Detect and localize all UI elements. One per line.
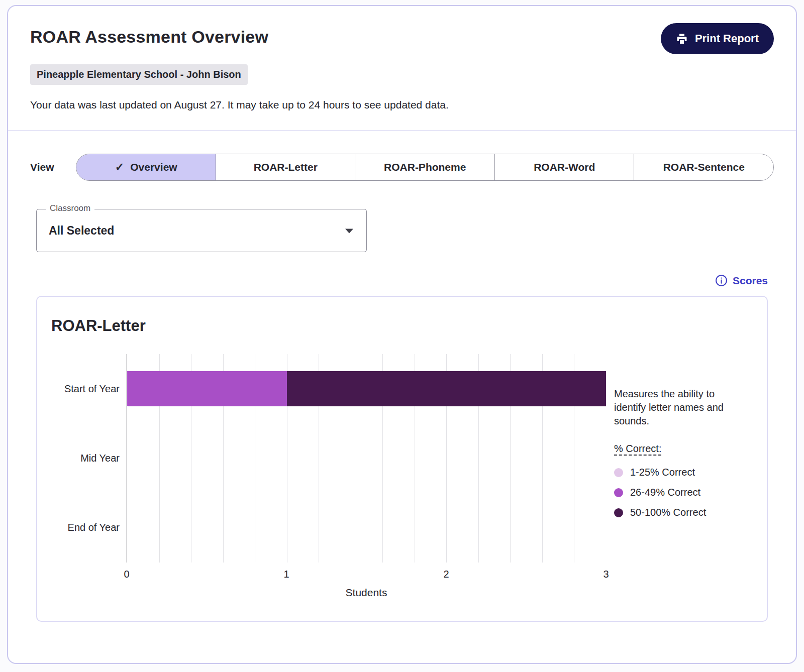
x-tick-label: 2 (443, 569, 449, 580)
chart-card: ROAR-Letter Start of YearMid YearEnd of … (36, 296, 768, 622)
chart-main: Start of YearMid YearEnd of Year 0123 St… (51, 354, 606, 599)
legend-label: 50-100% Correct (630, 507, 706, 518)
chart-description: Measures the ability to identify letter … (614, 387, 737, 428)
chart-side-panel: Measures the ability to identify letter … (606, 354, 747, 599)
x-axis: 0123 (127, 563, 606, 581)
print-report-button[interactable]: Print Report (661, 23, 774, 54)
tab-roar-word[interactable]: ✓ ROAR-Word (494, 154, 634, 180)
legend-title: % Correct: (614, 443, 747, 455)
tab-roar-letter[interactable]: ✓ ROAR-Letter (216, 154, 355, 180)
legend-dot (614, 488, 623, 497)
legend-label: 1-25% Correct (630, 467, 695, 478)
scores-link[interactable]: Scores (715, 274, 768, 287)
chart-title: ROAR-Letter (51, 317, 747, 335)
bar-row (127, 423, 606, 493)
view-row: View ✓ Overview ✓ ROAR-Letter ✓ ROAR-Pho… (30, 154, 774, 181)
legend-dot (614, 468, 623, 477)
y-axis-label: End of Year (51, 493, 127, 563)
tab-label: ROAR-Letter (254, 161, 318, 173)
scores-link-label: Scores (733, 275, 768, 287)
tab-roar-phoneme[interactable]: ✓ ROAR-Phoneme (355, 154, 494, 180)
x-tick-label: 1 (283, 569, 289, 580)
classroom-select-label: Classroom (46, 203, 94, 213)
tab-label: ROAR-Sentence (663, 161, 745, 173)
view-tabs: ✓ Overview ✓ ROAR-Letter ✓ ROAR-Phoneme … (76, 154, 774, 181)
school-badge: Pineapple Elementary School - John Bison (30, 64, 248, 85)
printer-icon (676, 33, 688, 45)
tab-roar-sentence[interactable]: ✓ ROAR-Sentence (634, 154, 773, 180)
tab-label: ROAR-Phoneme (384, 161, 466, 173)
bar-row (127, 493, 606, 563)
page-header: ROAR Assessment Overview Print Report Pi… (8, 6, 796, 130)
tab-label: Overview (130, 161, 177, 173)
y-axis-labels: Start of YearMid YearEnd of Year (51, 354, 127, 563)
tab-label: ROAR-Word (534, 161, 595, 173)
legend-item: 50-100% Correct (614, 507, 747, 518)
header-divider (8, 130, 796, 131)
page-title: ROAR Assessment Overview (30, 27, 268, 47)
update-note: Your data was last updated on August 27.… (30, 99, 774, 111)
chevron-down-icon (345, 229, 353, 233)
info-icon (715, 274, 728, 287)
scores-row: Scores (8, 274, 768, 287)
classroom-select[interactable]: Classroom All Selected (36, 209, 367, 252)
print-report-label: Print Report (695, 32, 759, 45)
legend-dot (614, 508, 623, 517)
x-axis-title: Students (127, 587, 606, 599)
classroom-select-value: All Selected (49, 224, 114, 238)
check-icon: ✓ (115, 161, 124, 174)
bar-row (127, 354, 606, 423)
y-axis-label: Start of Year (51, 354, 127, 423)
legend-item: 1-25% Correct (614, 467, 747, 478)
x-tick-label: 0 (124, 569, 129, 580)
x-tick-label: 3 (603, 569, 609, 580)
legend-label: 26-49% Correct (630, 487, 700, 498)
view-label: View (30, 161, 54, 173)
tab-overview[interactable]: ✓ Overview (76, 154, 216, 180)
bar-segment[interactable] (287, 371, 606, 406)
y-axis-label: Mid Year (51, 423, 127, 493)
plot-area (127, 354, 606, 563)
bar-segment[interactable] (127, 371, 287, 406)
page-container: ROAR Assessment Overview Print Report Pi… (7, 5, 797, 664)
legend: 1-25% Correct26-49% Correct50-100% Corre… (614, 467, 747, 518)
legend-item: 26-49% Correct (614, 487, 747, 498)
chart-wrap: Start of YearMid YearEnd of Year 0123 St… (51, 354, 747, 599)
